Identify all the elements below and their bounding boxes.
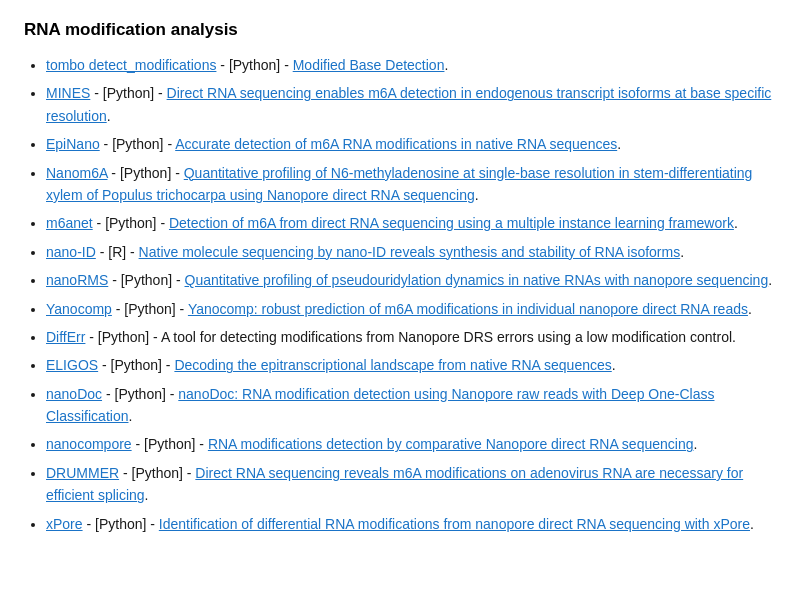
paper-link-m6anet[interactable]: Detection of m6A from direct RNA sequenc… bbox=[169, 215, 734, 231]
paper-link-epinano[interactable]: Accurate detection of m6A RNA modificati… bbox=[175, 136, 617, 152]
paper-link-nano-id[interactable]: Native molecule sequencing by nano-ID re… bbox=[139, 244, 681, 260]
list-item: ELIGOS - [Python] - Decoding the epitran… bbox=[46, 354, 776, 376]
list-item: nanocompore - [Python] - RNA modificatio… bbox=[46, 433, 776, 455]
description-suffix: . bbox=[680, 244, 684, 260]
tool-link-nanodoc[interactable]: nanoDoc bbox=[46, 386, 102, 402]
description-suffix: . bbox=[617, 136, 621, 152]
language-tag: - [Python] - bbox=[132, 436, 208, 452]
paper-link-nanocompore[interactable]: RNA modifications detection by comparati… bbox=[208, 436, 694, 452]
tool-link-tombo[interactable]: tombo detect_modifications bbox=[46, 57, 216, 73]
language-tag: - [Python] - bbox=[108, 272, 184, 288]
description-suffix: . bbox=[750, 516, 754, 532]
tool-link-m6anet[interactable]: m6anet bbox=[46, 215, 93, 231]
language-tag: - [Python] - bbox=[107, 165, 183, 181]
list-item: MINES - [Python] - Direct RNA sequencing… bbox=[46, 82, 776, 127]
paper-link-nanorms[interactable]: Quantitative profiling of pseudouridylat… bbox=[185, 272, 769, 288]
list-item: EpiNano - [Python] - Accurate detection … bbox=[46, 133, 776, 155]
language-tag: - [R] - bbox=[96, 244, 139, 260]
tool-link-nanorms[interactable]: nanoRMS bbox=[46, 272, 108, 288]
list-item: DRUMMER - [Python] - Direct RNA sequenci… bbox=[46, 462, 776, 507]
tool-link-eligos[interactable]: ELIGOS bbox=[46, 357, 98, 373]
page-title: RNA modification analysis bbox=[24, 20, 776, 40]
language-tag: - [Python] - bbox=[102, 386, 178, 402]
list-item: nanoDoc - [Python] - nanoDoc: RNA modifi… bbox=[46, 383, 776, 428]
tool-link-mines[interactable]: MINES bbox=[46, 85, 90, 101]
description-suffix: . bbox=[748, 301, 752, 317]
list-item: Nanom6A - [Python] - Quantitative profil… bbox=[46, 162, 776, 207]
list-item: nanoRMS - [Python] - Quantitative profil… bbox=[46, 269, 776, 291]
paper-link-tombo[interactable]: Modified Base Detection bbox=[293, 57, 445, 73]
tool-link-nano-id[interactable]: nano-ID bbox=[46, 244, 96, 260]
language-tag: - [Python] - bbox=[98, 357, 174, 373]
list-item: tombo detect_modifications - [Python] - … bbox=[46, 54, 776, 76]
tool-link-differr[interactable]: DiffErr bbox=[46, 329, 85, 345]
tool-link-nanom6a[interactable]: Nanom6A bbox=[46, 165, 107, 181]
description-text: A tool for detecting modifications from … bbox=[161, 329, 736, 345]
language-tag: - [Python] - bbox=[216, 57, 292, 73]
list-item: m6anet - [Python] - Detection of m6A fro… bbox=[46, 212, 776, 234]
paper-link-yanocomp[interactable]: Yanocomp: robust prediction of m6A modif… bbox=[188, 301, 748, 317]
language-tag: - [Python] - bbox=[119, 465, 195, 481]
language-tag: - [Python] - bbox=[83, 516, 159, 532]
tool-link-epinano[interactable]: EpiNano bbox=[46, 136, 100, 152]
description-suffix: . bbox=[475, 187, 479, 203]
tool-link-drummer[interactable]: DRUMMER bbox=[46, 465, 119, 481]
list-item: Yanocomp - [Python] - Yanocomp: robust p… bbox=[46, 298, 776, 320]
paper-link-eligos[interactable]: Decoding the epitranscriptional landscap… bbox=[174, 357, 611, 373]
description-suffix: . bbox=[128, 408, 132, 424]
language-tag: - [Python] - bbox=[112, 301, 188, 317]
list-item: xPore - [Python] - Identification of dif… bbox=[46, 513, 776, 535]
description-suffix: . bbox=[734, 215, 738, 231]
description-suffix: . bbox=[444, 57, 448, 73]
description-suffix: . bbox=[612, 357, 616, 373]
tool-link-yanocomp[interactable]: Yanocomp bbox=[46, 301, 112, 317]
tool-link-xpore[interactable]: xPore bbox=[46, 516, 83, 532]
language-tag: - [Python] - bbox=[85, 329, 160, 345]
language-tag: - [Python] - bbox=[90, 85, 166, 101]
list-item: nano-ID - [R] - Native molecule sequenci… bbox=[46, 241, 776, 263]
description-suffix: . bbox=[107, 108, 111, 124]
list-item: DiffErr - [Python] - A tool for detectin… bbox=[46, 326, 776, 348]
description-suffix: . bbox=[768, 272, 772, 288]
language-tag: - [Python] - bbox=[100, 136, 175, 152]
description-suffix: . bbox=[145, 487, 149, 503]
paper-link-xpore[interactable]: Identification of differential RNA modif… bbox=[159, 516, 750, 532]
tool-link-nanocompore[interactable]: nanocompore bbox=[46, 436, 132, 452]
description-suffix: . bbox=[693, 436, 697, 452]
language-tag: - [Python] - bbox=[93, 215, 169, 231]
tool-list: tombo detect_modifications - [Python] - … bbox=[24, 54, 776, 535]
